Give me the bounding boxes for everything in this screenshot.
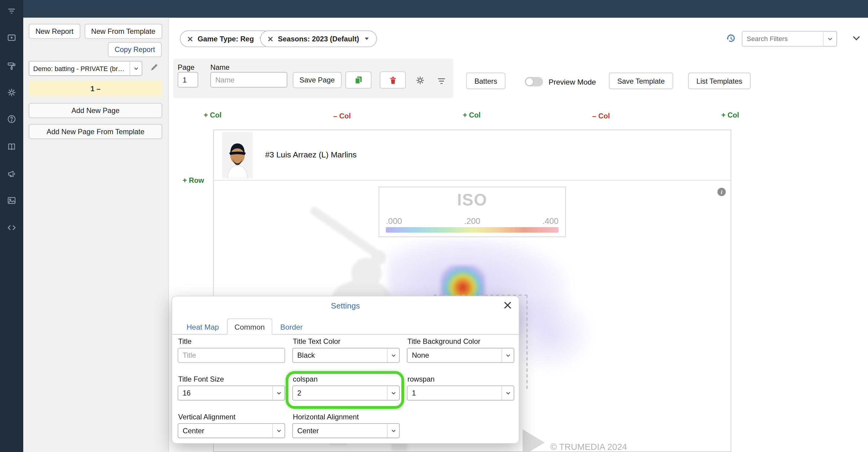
add-row-button[interactable]: + Row [183,176,204,184]
horizontal-alignment-select[interactable]: Center [292,423,400,438]
field-colspan: colspan 2 [292,375,400,400]
add-col-button[interactable]: + Col [721,111,739,119]
report-select-value: Demo: batting - PRIVATE (brad... [29,65,129,73]
save-template-button[interactable]: Save Template [609,73,673,89]
field-title: Title [178,337,285,363]
filter-chip-seasons[interactable]: Seasons: 2023 (Default) [260,30,377,47]
vertical-alignment-select[interactable]: Center [178,423,285,438]
tab-heat-map[interactable]: Heat Map [179,318,227,335]
search-filters-input[interactable] [742,31,823,46]
app-root: New Report New From Template Copy Report… [0,0,868,452]
report-panel: New Report New From Template Copy Report… [23,18,169,452]
chevron-down-icon[interactable] [823,31,836,46]
add-new-page-button[interactable]: Add New Page [29,103,162,118]
gear-icon[interactable] [7,88,17,97]
filter-icon[interactable] [7,6,17,16]
preview-mode-toggle[interactable] [525,77,543,86]
legend-tick: .200 [464,216,480,225]
field-title-background-color: Title Background Color None [407,337,514,363]
trash-icon [389,76,397,84]
new-from-template-button[interactable]: New From Template [85,24,162,39]
page-name-input[interactable] [210,72,287,87]
copy-report-button[interactable]: Copy Report [108,42,162,57]
caret-down-icon [363,36,369,41]
filter-chip-game-type[interactable]: Game Type: Reg [180,30,272,47]
settings-form: Title Title Text Color Black Title Backg… [178,337,514,438]
close-icon[interactable] [503,301,512,309]
report-header-row: #3 Luis Arraez (L) Marlins [214,130,731,181]
batters-button[interactable]: Batters [466,73,505,89]
list-templates-button[interactable]: List Templates [688,73,751,89]
chevron-down-icon [272,424,284,437]
duplicate-page-button[interactable] [346,71,372,88]
title-label: Title [178,337,285,345]
megaphone-icon[interactable] [7,169,17,179]
tab-border[interactable]: Border [273,318,311,335]
title-font-size-label: Title Font Size [178,375,285,383]
vertical-alignment-label: Vertical Alignment [178,413,285,421]
info-icon[interactable] [717,188,726,196]
book-icon[interactable] [7,142,17,152]
player-name: #3 Luis Arraez (L) Marlins [265,150,357,159]
code-icon[interactable] [7,223,17,233]
select-value: 2 [293,389,387,397]
add-new-page-from-template-button[interactable]: Add New Page From Template [29,124,162,139]
select-value: None [407,351,502,359]
remove-col-button[interactable]: – Col [592,112,610,120]
modal-title: Settings [172,301,519,310]
field-horizontal-alignment: Horizontal Alignment Center [292,413,400,438]
top-bar [23,0,868,18]
title-input[interactable] [178,348,285,363]
title-background-color-select[interactable]: None [407,348,514,363]
add-col-button[interactable]: + Col [463,111,480,119]
history-icon[interactable] [725,33,736,44]
remove-col-button[interactable]: – Col [333,112,351,120]
collapse-chevron-icon[interactable] [851,33,861,43]
edit-pencil-icon[interactable] [149,62,159,72]
video-icon[interactable] [7,33,17,43]
legend-ticks: .000 .200 .400 [386,216,558,225]
add-col-button[interactable]: + Col [204,111,221,119]
remove-filter-icon[interactable] [268,36,273,42]
chip-label: Seasons: 2023 (Default) [278,35,359,43]
page-tab-1[interactable]: 1 – [29,81,162,96]
new-report-button[interactable]: New Report [29,24,80,39]
chevron-down-icon [272,386,284,400]
save-page-button[interactable]: Save Page [293,72,341,88]
empty-cell [407,413,514,438]
name-label: Name [210,63,230,71]
legend-gradient-bar [386,227,558,233]
page-filter-icon[interactable] [437,77,446,86]
title-font-size-select[interactable]: 16 [178,386,285,400]
chevron-down-icon [502,386,514,400]
select-value: 16 [178,389,273,397]
report-select[interactable]: Demo: batting - PRIVATE (brad... [29,61,142,76]
rowspan-label: rowspan [407,375,514,383]
search-filters [742,31,837,47]
title-text-color-label: Title Text Color [292,337,400,345]
chip-label: Game Type: Reg [198,35,254,43]
delete-page-button[interactable] [380,71,406,88]
chevron-down-icon [387,386,399,400]
horizontal-alignment-label: Horizontal Alignment [292,413,400,421]
gallery-icon[interactable] [7,196,17,205]
colspan-select[interactable]: 2 [292,386,400,400]
rowspan-select[interactable]: 1 [407,386,514,400]
remove-filter-icon[interactable] [187,36,193,42]
paint-icon[interactable] [7,61,17,71]
icon-rail [0,0,23,452]
copy-icon [354,75,363,85]
chevron-down-icon [502,348,514,362]
title-text-color-select[interactable]: Black [292,348,400,363]
field-rowspan: rowspan 1 [407,375,514,400]
tab-common[interactable]: Common [227,318,273,335]
field-title-text-color: Title Text Color Black [292,337,400,363]
help-icon[interactable] [7,114,17,124]
heatmap-title: ISO [379,191,565,209]
heatmap-legend: ISO .000 .200 .400 [379,187,566,237]
page-number-input[interactable] [178,72,198,87]
select-value: Black [293,351,387,359]
chevron-down-icon [387,424,399,437]
page-settings-gear-icon[interactable] [415,75,425,85]
trumedia-logo-watermark [522,429,545,452]
